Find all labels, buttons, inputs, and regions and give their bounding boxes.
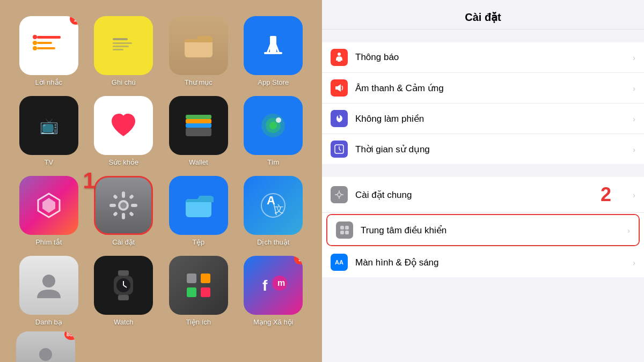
settings-row-display[interactable]: AA Màn hình & Độ sáng › — [322, 247, 644, 277]
display-icon: AA — [331, 254, 348, 271]
app-label-contacts: Danh bạ — [35, 318, 62, 326]
svg-point-3 — [33, 35, 37, 39]
contacts-icon — [32, 268, 66, 302]
tv-logo-text: 📺 — [40, 117, 58, 135]
svg-rect-66 — [341, 194, 343, 195]
svg-rect-49 — [187, 287, 196, 297]
app-watch[interactable]: Watch — [91, 256, 157, 326]
app-label-utilities: Tiện ích — [186, 318, 211, 326]
app-wallet[interactable]: Wallet — [166, 96, 231, 166]
utilities-icon — [181, 268, 216, 302]
svg-rect-64 — [339, 196, 340, 199]
general-icon — [331, 186, 348, 203]
app-notes[interactable]: Ghi chú — [91, 16, 157, 86]
svg-rect-16 — [186, 119, 211, 123]
appstore-icon: A — [256, 28, 290, 63]
svg-rect-1 — [37, 42, 52, 44]
app-grid: 1 Lời nhắc — [0, 0, 322, 331]
app-partial-bottom[interactable]: 855 Danh bạ — [16, 331, 75, 362]
app-label-reminders: Lời nhắc — [35, 78, 62, 86]
app-label-appstore: App Store — [258, 78, 289, 86]
settings-list: Thông báo › Âm thanh & Cảm ứng › Không l… — [322, 29, 644, 362]
svg-rect-15 — [186, 115, 211, 119]
badge-reminders: 1 — [70, 16, 78, 25]
svg-point-21 — [269, 122, 277, 129]
app-health[interactable]: Sức khỏe — [91, 96, 157, 166]
svg-rect-0 — [37, 36, 61, 39]
svg-marker-24 — [42, 198, 55, 213]
notifications-chevron: › — [633, 53, 635, 62]
svg-rect-70 — [345, 231, 349, 234]
app-label-translate: Dịch thuật — [257, 238, 289, 246]
app-label-directory: Thư mục — [185, 78, 213, 86]
app-label-tv: TV — [44, 158, 53, 166]
notifications-label: Thông báo — [355, 52, 633, 63]
svg-rect-56 — [338, 61, 341, 62]
svg-rect-30 — [131, 204, 137, 207]
badge-bottom: 855 — [64, 331, 75, 340]
svg-rect-2 — [37, 47, 55, 49]
app-utilities[interactable]: Tiện ích — [166, 256, 231, 326]
app-directory[interactable]: Thư mục — [166, 16, 231, 86]
svg-point-40 — [42, 275, 55, 287]
svg-text:f: f — [262, 277, 268, 294]
control-chevron: › — [627, 226, 630, 235]
app-contacts[interactable]: Danh bạ — [16, 256, 82, 326]
settings-row-screentime[interactable]: Thời gian sử dụng › — [322, 134, 644, 164]
step1-number: 1 — [83, 168, 96, 194]
settings-icon — [106, 188, 141, 223]
general-label: Cài đặt chung — [355, 189, 601, 201]
svg-rect-42 — [118, 295, 129, 300]
app-social[interactable]: 9 f m Mạng Xã hội — [241, 256, 306, 326]
svg-line-60 — [339, 149, 341, 151]
social-icon: f m — [256, 268, 290, 302]
step2-number: 2 — [601, 183, 611, 206]
app-label-watch: Watch — [114, 318, 133, 326]
settings-row-sounds[interactable]: Âm thanh & Cảm ứng › — [322, 73, 644, 104]
svg-rect-63 — [339, 190, 340, 193]
svg-rect-9 — [113, 46, 129, 47]
svg-rect-29 — [109, 204, 116, 207]
app-settings[interactable]: 1 Cài đặt — [91, 176, 157, 246]
settings-row-general[interactable]: Cài đặt chung 2 › — [322, 177, 644, 213]
svg-point-4 — [33, 41, 37, 45]
settings-row-notifications[interactable]: Thông báo › — [322, 42, 644, 73]
svg-rect-65 — [335, 194, 338, 195]
app-translate[interactable]: A 文 Dịch thuật — [241, 176, 306, 246]
svg-rect-8 — [113, 42, 132, 44]
notifications-icon — [331, 49, 348, 66]
svg-rect-7 — [113, 38, 128, 40]
app-shortcuts[interactable]: Phím tắt — [16, 176, 82, 246]
svg-rect-68 — [345, 226, 349, 230]
app-tv[interactable]: 📺 TV — [16, 96, 82, 166]
display-chevron: › — [633, 258, 635, 267]
svg-rect-27 — [122, 191, 125, 198]
wallet-icon — [181, 108, 216, 143]
dnd-label: Không làm phiền — [355, 113, 633, 124]
app-label-notes: Ghi chú — [112, 78, 136, 86]
app-find[interactable]: Tìm — [241, 96, 306, 166]
bottom-app-icon — [28, 344, 63, 362]
svg-rect-28 — [122, 213, 125, 219]
dnd-icon — [331, 110, 348, 127]
home-screen: 1 Lời nhắc — [0, 0, 322, 362]
app-label-health: Sức khỏe — [108, 158, 138, 166]
settings-title-text: Cài đặt — [465, 11, 501, 23]
app-files[interactable]: Tệp — [166, 176, 231, 246]
svg-rect-69 — [340, 231, 344, 234]
sounds-icon — [331, 79, 348, 97]
settings-row-dnd[interactable]: Không làm phiền › — [322, 104, 644, 134]
svg-rect-33 — [113, 211, 118, 217]
control-icon — [336, 221, 353, 239]
screentime-icon — [331, 141, 348, 158]
settings-row-control[interactable]: Trung tâm điều khiển › — [327, 215, 639, 245]
app-reminders[interactable]: 1 Lời nhắc — [16, 16, 82, 86]
svg-point-26 — [120, 202, 127, 209]
files-icon — [181, 188, 216, 223]
svg-point-62 — [338, 194, 341, 196]
svg-text:AA: AA — [335, 259, 343, 265]
svg-rect-14 — [270, 36, 276, 53]
app-appstore[interactable]: A App Store — [241, 16, 306, 86]
shortcuts-icon — [32, 188, 66, 223]
svg-rect-10 — [113, 49, 123, 50]
